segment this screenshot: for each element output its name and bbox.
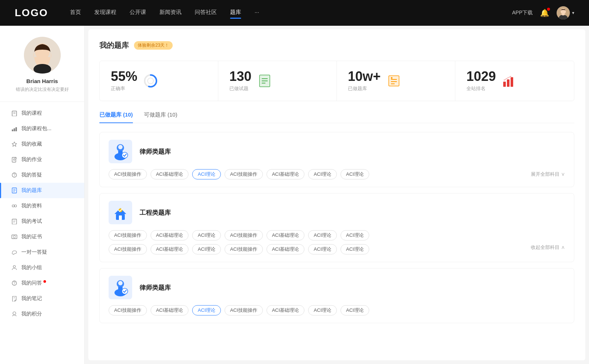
svg-point-35: [13, 312, 16, 315]
stats-row: 55% 正确率 130 已做试题: [99, 61, 574, 101]
svg-text:?: ?: [13, 173, 15, 177]
sidebar-item-group[interactable]: 我的小组: [0, 260, 84, 275]
user-menu[interactable]: ▾: [557, 6, 574, 19]
tag[interactable]: ACI技能操作: [109, 230, 147, 240]
nav-discover[interactable]: 发现课程: [94, 9, 116, 17]
correct-rate-icon: [143, 74, 158, 88]
tag[interactable]: ACI基础理论: [267, 244, 305, 254]
tag[interactable]: ACI技能操作: [225, 244, 263, 254]
tags-row-lawyer-1: ACI技能操作 ACI基础理论 ACI理论 ACI技能操作 ACI基础理论 AC…: [109, 169, 565, 179]
svg-point-30: [13, 236, 15, 238]
tab-done-banks[interactable]: 已做题库 (10): [99, 111, 133, 123]
done-questions-icon: [257, 74, 272, 88]
tag[interactable]: ACI理论: [192, 230, 221, 240]
nav-home[interactable]: 首页: [70, 9, 81, 17]
question-bank-icon: [11, 187, 18, 194]
svg-rect-49: [391, 77, 392, 79]
tag[interactable]: ACI基础理论: [151, 305, 189, 315]
sidebar-item-qa[interactable]: ? 我的答疑: [0, 167, 84, 183]
tag[interactable]: ACI基础理论: [267, 305, 305, 315]
tag[interactable]: ACI理论: [341, 230, 369, 240]
one-on-one-icon: [11, 249, 18, 256]
svg-rect-11: [14, 128, 15, 131]
stat-done-questions: 130 已做试题: [218, 61, 337, 101]
sidebar: Brian Harris 错误的决定比没有决定要好 我的课程 我的课程包...: [0, 26, 85, 364]
bank-card-engineer: 工程类题库 ACI技能操作 ACI基础理论 ACI理论 ACI技能操作 ACI基…: [99, 193, 574, 262]
notification-bell[interactable]: 🔔: [540, 8, 549, 17]
stat-site-rank: 1029 全站排名: [455, 61, 574, 101]
tag[interactable]: ACI理论: [341, 169, 369, 179]
tag[interactable]: ACI理论: [341, 305, 369, 315]
tag[interactable]: ACI理论: [341, 244, 369, 254]
notes-icon: [11, 295, 18, 302]
svg-rect-12: [15, 127, 17, 131]
sidebar-item-notes[interactable]: 我的笔记: [0, 291, 84, 306]
stat-label-done-banks: 已做题库: [348, 85, 381, 92]
sidebar-item-question-bank[interactable]: 我的题库: [0, 183, 84, 198]
tag[interactable]: ACI基础理论: [151, 230, 189, 240]
navbar-right: APP下载 🔔 ▾: [512, 6, 574, 19]
tag-active[interactable]: ACI理论: [192, 305, 221, 315]
svg-text:?: ?: [13, 281, 15, 285]
sidebar-label: 我的积分: [21, 311, 42, 317]
sidebar-item-my-course[interactable]: 我的课程: [0, 106, 84, 121]
sidebar-label: 我的题库: [21, 187, 42, 194]
nav-question-bank[interactable]: 题库: [230, 9, 241, 17]
tag-active[interactable]: ACI理论: [192, 169, 221, 179]
navbar: LOGO 首页 发现课程 公开课 新闻资讯 问答社区 题库 ··· APP下载 …: [0, 0, 589, 26]
sidebar-label: 我的答疑: [21, 172, 42, 178]
nav-open-course[interactable]: 公开课: [130, 9, 146, 17]
stat-value-correct-rate: 55%: [111, 70, 137, 83]
tag[interactable]: ACI技能操作: [225, 169, 263, 179]
svg-rect-26: [12, 219, 17, 224]
page-header: 我的题库 体验剩余23天！: [99, 40, 574, 50]
sidebar-item-materials[interactable]: 我的资料: [0, 198, 84, 214]
tag[interactable]: ACI技能操作: [225, 305, 263, 315]
tab-available-banks[interactable]: 可做题库 (10): [144, 111, 177, 123]
sidebar-item-points[interactable]: 我的积分: [0, 306, 84, 322]
page-title: 我的题库: [99, 40, 129, 50]
tag[interactable]: ACI技能操作: [109, 244, 147, 254]
tag[interactable]: ACI基础理论: [151, 169, 189, 179]
tag[interactable]: ACI基础理论: [151, 244, 189, 254]
sidebar-item-my-qa[interactable]: ? 我的问答: [0, 275, 84, 291]
sidebar-item-certificate[interactable]: 我的证书: [0, 229, 84, 245]
sidebar-label: 我的笔记: [21, 295, 42, 302]
sidebar-item-homework[interactable]: 我的作业: [0, 152, 84, 167]
tag[interactable]: ACI理论: [308, 305, 337, 315]
stat-done-banks: 10w+ 已做题库: [337, 61, 455, 101]
app-download-link[interactable]: APP下载: [512, 10, 533, 16]
tag[interactable]: ACI理论: [308, 244, 337, 254]
tabs-row: 已做题库 (10) 可做题库 (10): [99, 111, 574, 123]
sidebar-item-one-on-one[interactable]: 一对一答疑: [0, 245, 84, 260]
stat-correct-rate: 55% 正确率: [100, 61, 218, 101]
tag[interactable]: ACI技能操作: [109, 305, 147, 315]
site-rank-icon: [502, 74, 516, 88]
nav-more[interactable]: ···: [254, 9, 259, 17]
svg-point-62: [118, 281, 123, 285]
svg-rect-10: [12, 129, 13, 131]
tag[interactable]: ACI技能操作: [225, 230, 263, 240]
bank-name-lawyer-2: 律师类题库: [140, 283, 171, 292]
tag[interactable]: ACI技能操作: [109, 169, 147, 179]
tag[interactable]: ACI理论: [192, 244, 221, 254]
sidebar-label: 我的课程: [21, 110, 42, 117]
lawyer-bank-icon: [109, 140, 132, 163]
tag[interactable]: ACI基础理论: [267, 169, 305, 179]
bank-card-lawyer-2: 律师类题库 ACI技能操作 ACI基础理论 ACI理论 ACI技能操作 ACI基…: [99, 268, 574, 323]
sidebar-label: 我的资料: [21, 203, 42, 209]
tag[interactable]: ACI基础理论: [267, 230, 305, 240]
sidebar-label: 我的小组: [21, 264, 42, 271]
stat-label-site-rank: 全站排名: [466, 85, 496, 92]
nav-news[interactable]: 新闻资讯: [159, 9, 181, 17]
sidebar-item-favorites[interactable]: 我的收藏: [0, 136, 84, 152]
logo: LOGO: [15, 7, 48, 19]
nav-qa[interactable]: 问答社区: [195, 9, 217, 17]
expand-link-lawyer-1[interactable]: 展开全部科目 ∨: [531, 171, 565, 178]
sidebar-item-exam[interactable]: 我的考试: [0, 214, 84, 229]
tag[interactable]: ACI理论: [308, 230, 337, 240]
sidebar-item-course-package[interactable]: 我的课程包...: [0, 121, 84, 136]
sidebar-label: 我的收藏: [21, 141, 42, 147]
collapse-link-engineer[interactable]: 收起全部科目 ∧: [531, 244, 565, 254]
tag[interactable]: ACI理论: [308, 169, 337, 179]
